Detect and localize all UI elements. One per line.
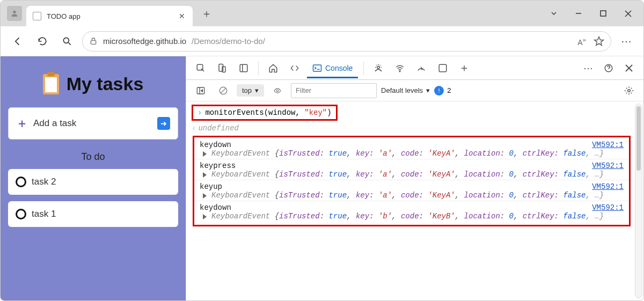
refresh-button[interactable]	[33, 32, 52, 51]
back-button[interactable]	[8, 32, 27, 51]
sources-tab-icon[interactable]	[369, 59, 387, 77]
task-label: task 1	[32, 209, 56, 219]
log-levels-selector[interactable]: Default levels▾	[381, 86, 430, 94]
tab-favicon	[33, 12, 41, 20]
memory-tab-icon[interactable]	[434, 59, 452, 77]
devtools-panel: Console ＋ ⋯ top ▾ Default le	[186, 56, 643, 300]
close-devtools-button[interactable]	[620, 59, 638, 77]
scrollbar[interactable]	[635, 104, 642, 298]
event-object[interactable]: KeyboardEvent {isTrusted: true, key: 'b'…	[200, 212, 624, 221]
tab-title: TODO app	[47, 12, 173, 20]
expand-triangle-icon[interactable]	[203, 151, 207, 157]
svg-point-14	[377, 66, 380, 69]
inspect-icon[interactable]	[192, 59, 210, 77]
return-arrow-icon: ‹	[192, 124, 196, 133]
console-command: ›monitorEvents(window, "key")	[192, 105, 338, 121]
svg-rect-13	[313, 65, 321, 71]
event-name: keypress	[200, 161, 236, 170]
source-link[interactable]: VM592:1	[592, 182, 624, 191]
event-object[interactable]: KeyboardEvent {isTrusted: true, key: 'a'…	[200, 170, 624, 179]
console-settings-icon[interactable]	[620, 82, 638, 100]
console-return: ‹undefined	[186, 123, 643, 136]
console-log-entry[interactable]: keyupVM592:1KeyboardEvent {isTrusted: tr…	[194, 180, 629, 201]
prompt-icon: ›	[197, 108, 202, 117]
svg-point-23	[276, 90, 279, 92]
devtools-tabs: Console ＋ ⋯	[186, 56, 643, 80]
lock-icon	[89, 37, 98, 46]
svg-point-24	[628, 89, 631, 92]
svg-rect-2	[601, 11, 606, 16]
url-path: /Demos/demo-to-do/	[192, 36, 265, 46]
browser-tab[interactable]: TODO app ✕	[26, 6, 193, 26]
svg-point-5	[63, 38, 69, 43]
console-log-entry[interactable]: keydownVM592:1KeyboardEvent {isTrusted: …	[194, 201, 629, 222]
source-link[interactable]: VM592:1	[592, 141, 624, 149]
more-tools-button[interactable]: ⋯	[579, 59, 597, 77]
svg-point-0	[13, 11, 16, 13]
event-object[interactable]: KeyboardEvent {isTrusted: true, key: 'a'…	[200, 191, 624, 200]
minimize-button[interactable]	[566, 3, 591, 24]
plus-icon: ＋	[16, 115, 28, 131]
new-tab-button[interactable]: ＋	[199, 6, 214, 21]
source-link[interactable]: VM592:1	[592, 161, 624, 170]
app-page: My tasks ＋ Add a task ➜ To do task 2 tas…	[1, 56, 186, 300]
url-host: microsoftedge.github.io	[103, 36, 186, 46]
add-task-button[interactable]: ＋ Add a task ➜	[8, 107, 178, 140]
chevron-down-icon[interactable]	[541, 3, 566, 24]
source-link[interactable]: VM592:1	[592, 203, 624, 212]
page-title: My tasks	[43, 74, 144, 94]
address-bar[interactable]: microsoftedge.github.io/Demos/demo-to-do…	[82, 31, 611, 52]
event-name: keydown	[200, 203, 231, 212]
task-item[interactable]: task 1	[8, 201, 178, 227]
console-log-entry[interactable]: keydownVM592:1KeyboardEvent {isTrusted: …	[194, 138, 629, 159]
svg-rect-7	[91, 40, 96, 44]
filter-input[interactable]	[291, 83, 377, 98]
elements-tab-icon[interactable]	[286, 59, 304, 77]
task-checkbox[interactable]	[16, 177, 26, 187]
welcome-tab-icon[interactable]	[264, 59, 282, 77]
close-window-button[interactable]	[616, 3, 640, 24]
clipboard-icon	[43, 74, 59, 94]
clear-console-icon[interactable]	[214, 82, 232, 100]
tab-close-button[interactable]: ✕	[179, 12, 185, 20]
expand-triangle-icon[interactable]	[203, 193, 207, 199]
event-object[interactable]: KeyboardEvent {isTrusted: true, key: 'a'…	[200, 149, 624, 158]
menu-button[interactable]: ⋯	[617, 32, 636, 51]
event-name: keydown	[200, 141, 231, 149]
context-selector[interactable]: top ▾	[237, 84, 264, 97]
network-tab-icon[interactable]	[391, 59, 409, 77]
console-log-entry[interactable]: keypressVM592:1KeyboardEvent {isTrusted:…	[194, 159, 629, 180]
sidebar-toggle-icon[interactable]	[192, 82, 210, 100]
live-expression-icon[interactable]	[268, 82, 287, 100]
favorite-icon[interactable]	[594, 36, 604, 47]
read-aloud-icon[interactable]: A»	[577, 36, 586, 47]
titlebar: TODO app ✕ ＋	[1, 1, 643, 26]
console-output: ›monitorEvents(window, "key") ‹undefined…	[186, 101, 643, 300]
profile-button[interactable]	[7, 6, 22, 21]
section-header: To do	[8, 151, 178, 163]
svg-rect-11	[240, 64, 247, 72]
console-events-region: keydownVM592:1KeyboardEvent {isTrusted: …	[193, 136, 631, 226]
dock-icon[interactable]	[235, 59, 253, 77]
window-controls	[541, 3, 640, 24]
browser-toolbar: microsoftedge.github.io/Demos/demo-to-do…	[1, 26, 643, 56]
issues-button[interactable]: ! 2	[434, 86, 451, 96]
console-tab[interactable]: Console	[307, 59, 358, 78]
submit-arrow-icon[interactable]: ➜	[157, 117, 170, 130]
svg-rect-16	[440, 64, 447, 72]
scrollbar-thumb[interactable]	[636, 106, 641, 171]
expand-triangle-icon[interactable]	[203, 214, 207, 219]
task-checkbox[interactable]	[16, 209, 26, 219]
maximize-button[interactable]	[591, 3, 616, 24]
issue-badge-icon: !	[434, 86, 444, 96]
task-item[interactable]: task 2	[8, 169, 178, 195]
more-tabs-button[interactable]: ＋	[455, 59, 473, 77]
chevron-down-icon: ▾	[255, 86, 259, 94]
device-icon[interactable]	[213, 59, 231, 77]
help-icon[interactable]	[599, 59, 618, 77]
add-task-label: Add a task	[33, 118, 76, 129]
performance-tab-icon[interactable]	[412, 59, 430, 77]
expand-triangle-icon[interactable]	[203, 172, 207, 178]
search-button[interactable]	[57, 32, 77, 51]
task-label: task 2	[32, 177, 56, 187]
